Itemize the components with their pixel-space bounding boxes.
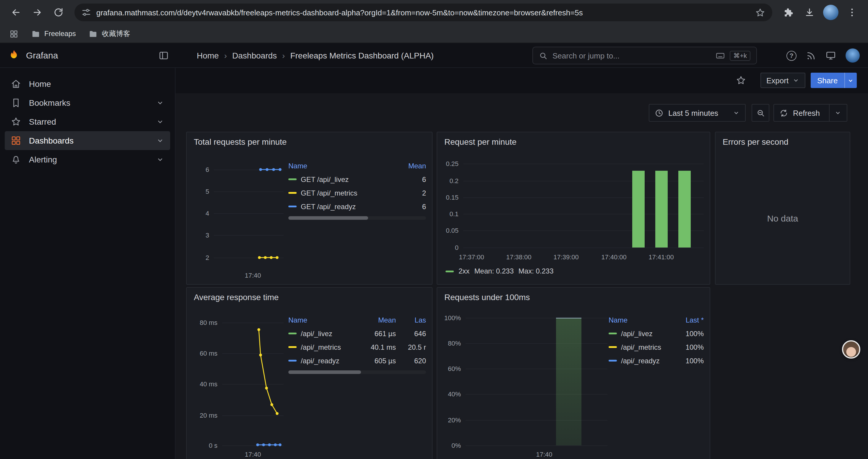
x-tick: 17:39:00: [547, 252, 585, 262]
bar-2xx[interactable]: [678, 171, 691, 248]
bookmark-label: 收藏博客: [102, 29, 130, 39]
export-button[interactable]: Export: [761, 73, 805, 88]
help-icon[interactable]: ?: [786, 51, 797, 61]
bar-2xx[interactable]: [655, 171, 668, 248]
scrollbar-thumb[interactable]: [288, 370, 361, 374]
series-name[interactable]: /api/_readyz: [621, 357, 670, 365]
series-name[interactable]: /api/_readyz: [301, 357, 355, 365]
chevron-down-icon[interactable]: [834, 109, 841, 117]
series-name[interactable]: /api/_metrics: [301, 343, 355, 351]
series-name[interactable]: GET /api/_metrics: [301, 189, 358, 197]
series-last: 646: [400, 329, 426, 338]
apps-grid-icon[interactable]: [9, 29, 18, 38]
sidebar-item-alerting[interactable]: Alerting: [5, 150, 170, 169]
grafana-logo[interactable]: [8, 49, 20, 61]
site-settings-icon[interactable]: [82, 8, 91, 17]
series-name[interactable]: /api/_livez: [301, 329, 355, 338]
sidebar-item-starred[interactable]: Starred: [5, 112, 170, 131]
sidebar-item-home[interactable]: Home: [5, 74, 170, 93]
legend-inline[interactable]: 2xx Mean: 0.233 Max: 0.233: [445, 267, 554, 275]
series-name[interactable]: GET /api/_readyz: [301, 202, 356, 210]
rss-icon[interactable]: [806, 51, 816, 61]
legend-col-name[interactable]: Name: [288, 162, 307, 170]
back-button[interactable]: [6, 2, 26, 23]
legend-row[interactable]: /api/_livez 100%: [609, 327, 704, 340]
bookmark-label: Freeleaps: [44, 30, 76, 38]
sidebar-item-bookmarks[interactable]: Bookmarks: [5, 93, 170, 112]
panel-title: Requests under 100ms: [444, 292, 530, 302]
legend-row[interactable]: /api/_metrics 100%: [609, 340, 704, 354]
bar-under-100ms[interactable]: [556, 318, 582, 446]
y-tick: 80%: [441, 338, 461, 348]
panel-title: Request per minute: [444, 137, 517, 146]
breadcrumb-home[interactable]: Home: [197, 51, 219, 60]
legend-row[interactable]: /api/_readyz 100%: [609, 354, 704, 367]
legend-col-last[interactable]: Las: [400, 316, 426, 324]
floating-avatar-widget[interactable]: [842, 340, 860, 359]
legend-col-mean[interactable]: Mean: [408, 162, 426, 170]
breadcrumb-dashboards[interactable]: Dashboards: [232, 51, 277, 60]
sidebar-item-dashboards[interactable]: Dashboards: [5, 131, 170, 150]
legend-row[interactable]: GET /api/_livez 6: [288, 172, 426, 186]
sidebar-item-label: Bookmarks: [29, 98, 70, 107]
bar-2xx[interactable]: [632, 171, 645, 248]
zoom-out-button[interactable]: [752, 104, 769, 122]
time-range-picker[interactable]: Last 5 minutes: [649, 104, 746, 122]
series-color-blue: [288, 360, 297, 362]
browser-menu-kebab-icon[interactable]: [842, 2, 862, 23]
profile-avatar[interactable]: [823, 5, 838, 20]
user-avatar[interactable]: [845, 48, 860, 63]
legend-row[interactable]: /api/_metrics 40.1 ms 20.5 r: [288, 340, 426, 354]
reload-button[interactable]: [49, 2, 68, 23]
legend-col-mean[interactable]: Mean: [359, 316, 396, 324]
sidebar-collapse-icon[interactable]: [158, 50, 169, 61]
downloads-icon[interactable]: [800, 2, 819, 23]
chevron-down-icon[interactable]: [156, 99, 164, 107]
sidebar-item-label: Dashboards: [29, 136, 73, 145]
series-color-blue: [609, 360, 617, 362]
breadcrumb-current: Freeleaps Metrics Dashboard (ALPHA): [290, 51, 434, 60]
bookmark-folder-blogs[interactable]: 收藏博客: [89, 29, 130, 39]
url-bar[interactable]: grafana.mathmast.com/d/deytv4rwavabkb/fr…: [74, 4, 772, 21]
chevron-down-icon[interactable]: [156, 155, 164, 164]
legend-row[interactable]: GET /api/_metrics 2: [288, 186, 426, 200]
legend-scrollbar[interactable]: [288, 370, 426, 374]
legend-col-name[interactable]: Name: [609, 316, 670, 324]
forward-button[interactable]: [27, 2, 47, 23]
bookmark-star-icon[interactable]: [755, 7, 765, 18]
monitor-icon[interactable]: [826, 50, 836, 61]
series-name[interactable]: 2xx: [459, 267, 469, 275]
no-data-message: No data: [716, 213, 850, 223]
share-button[interactable]: Share: [811, 73, 844, 88]
series-name[interactable]: /api/_livez: [621, 329, 670, 338]
series-color-green: [288, 178, 297, 180]
scrollbar-thumb[interactable]: [288, 216, 368, 220]
share-menu-caret[interactable]: [844, 73, 857, 88]
panel-requests-under-100ms: Requests under 100ms 100% 80% 60% 40% 20…: [437, 287, 710, 459]
bookmark-folder-freeleaps[interactable]: Freeleaps: [31, 29, 76, 38]
bell-icon: [11, 154, 21, 165]
star-icon: [11, 117, 21, 127]
search-box[interactable]: ⌘+k: [532, 47, 757, 64]
series-name[interactable]: /api/_metrics: [621, 343, 670, 351]
bookmark-icon: [11, 97, 21, 108]
y-tick: 0: [441, 243, 459, 252]
favorite-star-icon[interactable]: [733, 73, 749, 88]
series-name[interactable]: GET /api/_livez: [301, 175, 349, 184]
legend-row[interactable]: /api/_livez 661 µs 646: [288, 327, 426, 340]
chevron-down-icon: [792, 77, 799, 84]
legend-scrollbar[interactable]: [288, 216, 426, 220]
chevron-down-icon[interactable]: [156, 118, 164, 126]
legend-row[interactable]: /api/_readyz 605 µs 620: [288, 354, 426, 367]
series-mean: Mean: 0.233: [474, 267, 514, 275]
series-color-blue: [288, 205, 297, 207]
search-input[interactable]: [553, 51, 711, 60]
refresh-button[interactable]: Refresh: [773, 104, 847, 122]
legend-col-name[interactable]: Name: [288, 316, 355, 324]
clock-icon: [655, 108, 663, 117]
extensions-icon[interactable]: [778, 2, 798, 23]
legend-row[interactable]: GET /api/_readyz 6: [288, 200, 426, 213]
legend-col-last[interactable]: Last *: [674, 316, 704, 324]
y-tick: 40%: [441, 389, 461, 399]
chevron-down-icon[interactable]: [156, 136, 164, 145]
